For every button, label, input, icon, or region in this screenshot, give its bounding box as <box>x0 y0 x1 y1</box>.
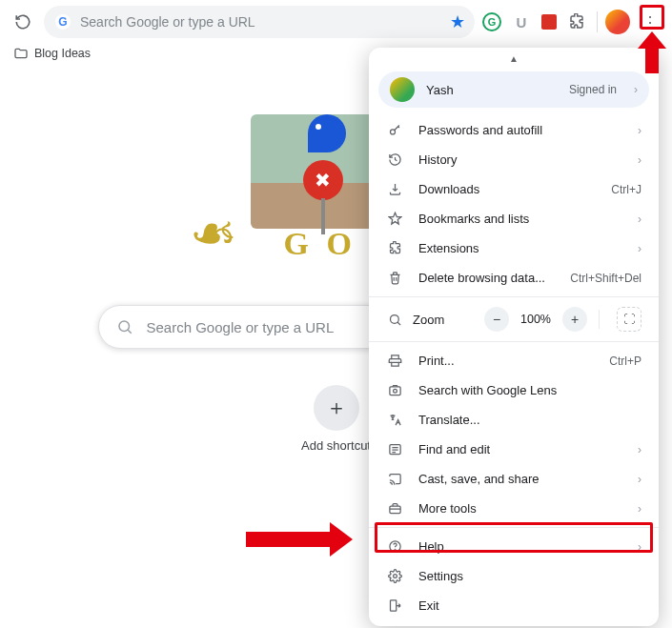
menu-item-help[interactable]: Help› <box>369 532 659 561</box>
ntp-search-placeholder: Search Google or type a URL <box>147 319 335 335</box>
menu-item-label: Translate... <box>418 413 641 427</box>
menu-profile-avatar <box>390 77 415 102</box>
print-icon <box>388 354 403 368</box>
menu-item-history[interactable]: History› <box>369 145 659 174</box>
menu-item-label: Bookmarks and lists <box>418 212 622 226</box>
svg-point-1 <box>391 130 396 134</box>
find-icon <box>388 442 403 456</box>
menu-item-delete-browsing-data[interactable]: Delete browsing data...Ctrl+Shift+Del <box>369 263 659 293</box>
menu-item-shortcut: Ctrl+P <box>609 355 641 368</box>
add-shortcut-label: Add shortcut <box>301 438 371 453</box>
chevron-right-icon: › <box>634 83 638 96</box>
svg-point-2 <box>391 314 399 323</box>
star-icon <box>388 212 403 226</box>
chrome-menu: ▲ Yash Signed in › Passwords and autofil… <box>369 48 659 626</box>
chevron-right-icon: › <box>638 540 641 554</box>
cast-icon <box>388 472 403 486</box>
menu-item-shortcut: Ctrl+J <box>611 183 641 196</box>
doodle-bird-icon <box>308 114 346 152</box>
chevron-right-icon: › <box>638 502 641 516</box>
menu-item-settings[interactable]: Settings <box>369 561 659 591</box>
menu-item-label: Help <box>418 539 622 554</box>
doodle-sign-icon: ✖ <box>303 160 343 200</box>
lens-icon <box>388 383 403 397</box>
plus-icon: ＋ <box>326 394 347 422</box>
fullscreen-button[interactable]: ⛶ <box>617 307 641 332</box>
chevron-right-icon: › <box>638 473 641 486</box>
menu-section-a: Passwords and autofill›History›Downloads… <box>369 115 659 293</box>
profile-avatar[interactable] <box>605 10 630 34</box>
annotation-arrow-right <box>246 522 360 557</box>
menu-item-cast-save-and-share[interactable]: Cast, save, and share› <box>369 464 659 494</box>
menu-item-translate[interactable]: Translate... <box>369 405 659 435</box>
menu-item-label: Extensions <box>418 241 622 255</box>
zoom-in-button[interactable]: + <box>562 307 587 332</box>
chevron-right-icon: › <box>638 153 641 167</box>
menu-item-print[interactable]: Print...Ctrl+P <box>369 346 659 375</box>
menu-item-bookmarks-and-lists[interactable]: Bookmarks and lists› <box>369 204 659 233</box>
menu-profile-status: Signed in <box>569 83 617 96</box>
bookmark-item[interactable]: Blog Ideas <box>34 47 91 60</box>
extension-grammarly-icon[interactable]: G <box>482 12 501 31</box>
search-icon <box>116 318 133 335</box>
puzzle-icon <box>388 241 403 255</box>
menu-item-shortcut: Ctrl+Shift+Del <box>570 272 641 285</box>
menu-item-label: Search with Google Lens <box>418 383 641 397</box>
chevron-right-icon: › <box>638 443 641 456</box>
menu-item-extensions[interactable]: Extensions› <box>369 233 659 263</box>
menu-item-label: Find and edit <box>418 442 622 456</box>
menu-zoom-row: Zoom − 100% + ⛶ <box>369 301 659 337</box>
menu-item-label: Cast, save, and share <box>418 472 622 486</box>
menu-item-exit[interactable]: Exit <box>369 591 659 620</box>
help-icon <box>388 539 403 554</box>
reload-button[interactable] <box>10 9 36 35</box>
menu-item-label: Exit <box>418 598 641 613</box>
menu-item-label: Delete browsing data... <box>418 271 555 285</box>
zoom-separator <box>599 310 600 329</box>
menu-section-c: Help›SettingsExit <box>369 532 659 620</box>
menu-item-label: Downloads <box>418 182 596 196</box>
menu-profile-name: Yash <box>426 83 558 97</box>
zoom-icon <box>388 313 403 327</box>
menu-item-label: Settings <box>418 569 641 583</box>
menu-item-downloads[interactable]: DownloadsCtrl+J <box>369 174 659 204</box>
menu-item-more-tools[interactable]: More tools› <box>369 494 659 523</box>
menu-section-b: Print...Ctrl+PSearch with Google LensTra… <box>369 346 659 523</box>
zoom-value: 100% <box>519 313 553 326</box>
add-shortcut-tile[interactable]: ＋ Add shortcut <box>301 385 371 453</box>
svg-rect-12 <box>391 600 397 611</box>
svg-point-10 <box>395 549 396 550</box>
svg-rect-5 <box>390 387 400 395</box>
menu-item-passwords-and-autofill[interactable]: Passwords and autofill› <box>369 115 659 145</box>
chevron-right-icon: › <box>638 242 641 255</box>
zoom-label: Zoom <box>413 313 475 327</box>
menu-item-find-and-edit[interactable]: Find and edit› <box>369 435 659 464</box>
google-favicon: G <box>55 14 71 30</box>
menu-item-label: History <box>418 152 622 167</box>
folder-icon <box>13 46 29 61</box>
toolbar-separator <box>597 11 598 32</box>
menu-caret-icon: ▲ <box>369 51 659 68</box>
extension-red-icon[interactable] <box>541 14 557 30</box>
key-icon <box>388 123 403 137</box>
menu-profile-row[interactable]: Yash Signed in › <box>378 71 649 108</box>
chevron-right-icon: › <box>638 213 641 226</box>
zoom-out-button[interactable]: − <box>484 307 509 332</box>
menu-item-label: Print... <box>418 354 594 368</box>
translate-icon <box>388 413 403 427</box>
svg-point-0 <box>119 321 130 332</box>
extension-u-icon[interactable]: U <box>509 10 534 34</box>
toolbox-icon <box>388 501 403 516</box>
omnibox[interactable]: G Search Google or type a URL ★ <box>44 6 475 38</box>
menu-item-search-with-google-lens[interactable]: Search with Google Lens <box>369 375 659 405</box>
trash-icon <box>388 271 403 285</box>
exit-icon <box>388 598 403 613</box>
download-icon <box>388 182 403 196</box>
browser-toolbar: G Search Google or type a URL ★ G U ⋮ <box>0 0 672 42</box>
chevron-right-icon: › <box>638 124 641 137</box>
svg-point-11 <box>394 575 397 578</box>
extensions-icon[interactable] <box>564 10 589 34</box>
kebab-menu-button[interactable]: ⋮ <box>638 10 662 34</box>
menu-item-label: Passwords and autofill <box>418 123 622 137</box>
bookmark-star-icon[interactable]: ★ <box>450 11 465 32</box>
